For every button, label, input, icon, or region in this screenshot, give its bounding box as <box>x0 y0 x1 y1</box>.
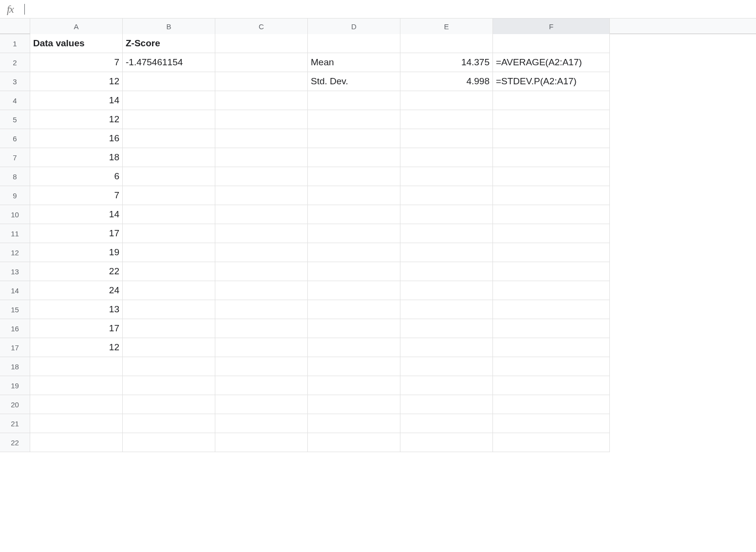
cell-D5[interactable] <box>308 110 400 129</box>
cell-F19[interactable] <box>493 376 610 395</box>
cell-F12[interactable] <box>493 243 610 262</box>
row-header-8[interactable]: 8 <box>0 167 30 186</box>
cell-C15[interactable] <box>215 300 308 319</box>
row-header-20[interactable]: 20 <box>0 395 30 414</box>
cell-E21[interactable] <box>400 414 493 433</box>
cell-A14[interactable]: 24 <box>30 281 123 300</box>
cell-E14[interactable] <box>400 281 493 300</box>
row-header-1[interactable]: 1 <box>0 34 30 53</box>
cell-E12[interactable] <box>400 243 493 262</box>
row-header-11[interactable]: 11 <box>0 224 30 243</box>
cell-A22[interactable] <box>30 433 123 452</box>
cell-B19[interactable] <box>123 376 215 395</box>
cell-D20[interactable] <box>308 395 400 414</box>
cell-F13[interactable] <box>493 262 610 281</box>
cell-A9[interactable]: 7 <box>30 186 123 205</box>
cell-C19[interactable] <box>215 376 308 395</box>
cell-B4[interactable] <box>123 91 215 110</box>
cell-C21[interactable] <box>215 414 308 433</box>
cell-C1[interactable] <box>215 34 308 53</box>
cell-D8[interactable] <box>308 167 400 186</box>
cell-C4[interactable] <box>215 91 308 110</box>
cell-E10[interactable] <box>400 205 493 224</box>
cell-B17[interactable] <box>123 338 215 357</box>
cell-E5[interactable] <box>400 110 493 129</box>
cell-A2[interactable]: 7 <box>30 53 123 72</box>
cell-F8[interactable] <box>493 167 610 186</box>
cell-D4[interactable] <box>308 91 400 110</box>
cell-F5[interactable] <box>493 110 610 129</box>
cell-C3[interactable] <box>215 72 308 91</box>
row-header-21[interactable]: 21 <box>0 414 30 433</box>
row-header-4[interactable]: 4 <box>0 91 30 110</box>
cell-B6[interactable] <box>123 129 215 148</box>
cell-A16[interactable]: 17 <box>30 319 123 338</box>
select-all-corner[interactable] <box>0 19 30 34</box>
row-header-15[interactable]: 15 <box>0 300 30 319</box>
cell-F14[interactable] <box>493 281 610 300</box>
cell-C13[interactable] <box>215 262 308 281</box>
cell-B22[interactable] <box>123 433 215 452</box>
cell-B20[interactable] <box>123 395 215 414</box>
column-header-D[interactable]: D <box>308 19 400 34</box>
cell-E2[interactable]: 14.375 <box>400 53 493 72</box>
cell-D13[interactable] <box>308 262 400 281</box>
cell-E13[interactable] <box>400 262 493 281</box>
cell-E11[interactable] <box>400 224 493 243</box>
cell-A3[interactable]: 12 <box>30 72 123 91</box>
cell-F20[interactable] <box>493 395 610 414</box>
row-header-6[interactable]: 6 <box>0 129 30 148</box>
cell-D7[interactable] <box>308 148 400 167</box>
cell-C22[interactable] <box>215 433 308 452</box>
cell-F16[interactable] <box>493 319 610 338</box>
cell-F10[interactable] <box>493 205 610 224</box>
cell-A19[interactable] <box>30 376 123 395</box>
cell-B21[interactable] <box>123 414 215 433</box>
cell-E8[interactable] <box>400 167 493 186</box>
row-header-22[interactable]: 22 <box>0 433 30 452</box>
cell-D10[interactable] <box>308 205 400 224</box>
cell-E6[interactable] <box>400 129 493 148</box>
cell-A21[interactable] <box>30 414 123 433</box>
cell-C10[interactable] <box>215 205 308 224</box>
cell-D19[interactable] <box>308 376 400 395</box>
cell-E9[interactable] <box>400 186 493 205</box>
cell-C2[interactable] <box>215 53 308 72</box>
cell-D22[interactable] <box>308 433 400 452</box>
row-header-19[interactable]: 19 <box>0 376 30 395</box>
column-header-C[interactable]: C <box>215 19 308 34</box>
cell-C9[interactable] <box>215 186 308 205</box>
cell-C7[interactable] <box>215 148 308 167</box>
cell-C12[interactable] <box>215 243 308 262</box>
cell-B13[interactable] <box>123 262 215 281</box>
cell-A1[interactable]: Data values <box>30 34 123 53</box>
column-header-A[interactable]: A <box>30 19 123 34</box>
cell-E15[interactable] <box>400 300 493 319</box>
cell-A20[interactable] <box>30 395 123 414</box>
cell-F3[interactable]: =STDEV.P(A2:A17) <box>493 72 610 91</box>
row-header-3[interactable]: 3 <box>0 72 30 91</box>
row-header-5[interactable]: 5 <box>0 110 30 129</box>
cell-D2[interactable]: Mean <box>308 53 400 72</box>
formula-input[interactable] <box>27 0 756 18</box>
row-header-16[interactable]: 16 <box>0 319 30 338</box>
cell-B3[interactable] <box>123 72 215 91</box>
cell-B8[interactable] <box>123 167 215 186</box>
cell-B5[interactable] <box>123 110 215 129</box>
cell-B14[interactable] <box>123 281 215 300</box>
cell-B15[interactable] <box>123 300 215 319</box>
cell-A10[interactable]: 14 <box>30 205 123 224</box>
cell-D21[interactable] <box>308 414 400 433</box>
column-header-F[interactable]: F <box>493 19 610 34</box>
cell-B16[interactable] <box>123 319 215 338</box>
row-header-7[interactable]: 7 <box>0 148 30 167</box>
cell-D16[interactable] <box>308 319 400 338</box>
column-header-B[interactable]: B <box>123 19 215 34</box>
row-header-17[interactable]: 17 <box>0 338 30 357</box>
row-header-9[interactable]: 9 <box>0 186 30 205</box>
cell-A7[interactable]: 18 <box>30 148 123 167</box>
cell-B2[interactable]: -1.475461154 <box>123 53 215 72</box>
cell-B18[interactable] <box>123 357 215 376</box>
cell-A15[interactable]: 13 <box>30 300 123 319</box>
row-header-13[interactable]: 13 <box>0 262 30 281</box>
